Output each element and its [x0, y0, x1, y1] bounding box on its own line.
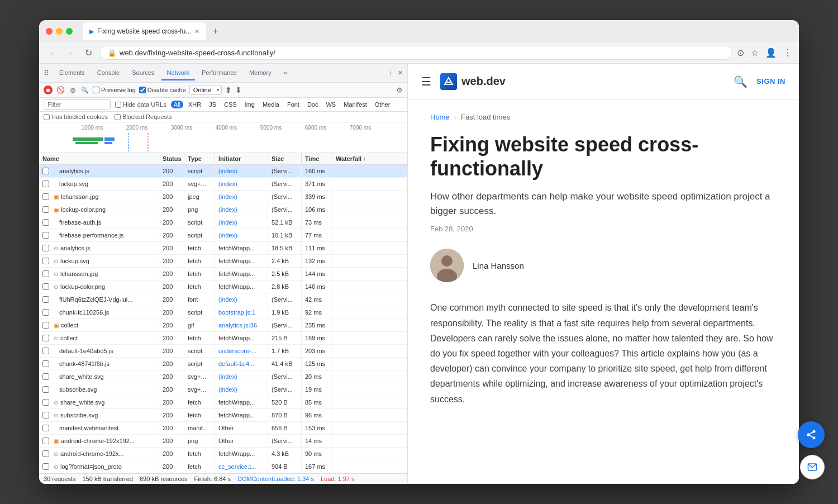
filter-input[interactable]: [44, 99, 111, 110]
table-row[interactable]: □ firebase-auth.js 200 script (index) 52…: [39, 216, 407, 229]
row-checkbox[interactable]: [42, 258, 49, 264]
maximize-button[interactable]: [66, 28, 73, 35]
tab-close-button[interactable]: ✕: [194, 28, 199, 35]
filter-img[interactable]: Img: [242, 101, 258, 108]
tab-performance[interactable]: Performance: [196, 66, 242, 80]
row-checkbox[interactable]: [42, 168, 49, 174]
table-row[interactable]: □ flUhRq6tzZclQEJ-Vdg-lui... 200 font (i…: [39, 293, 407, 306]
initiator-link[interactable]: cc_service.t...: [218, 463, 256, 470]
table-row[interactable]: □ lockup.svg 200 svg+... (index) (Servi.…: [39, 178, 407, 191]
devtools-more-menu[interactable]: ⋮: [387, 69, 393, 77]
initiator-link[interactable]: (index): [218, 193, 237, 200]
record-stop-button[interactable]: ⏺: [44, 85, 53, 94]
row-checkbox[interactable]: [42, 335, 49, 341]
row-checkbox[interactable]: [42, 206, 49, 213]
export-button[interactable]: ⬇: [235, 85, 242, 94]
table-row[interactable]: ▣ lchansson.jpg 200 jpeg (index) (Servi.…: [39, 191, 407, 203]
tab-network[interactable]: Network: [161, 66, 195, 80]
filter-manifest[interactable]: Manifest: [341, 101, 370, 108]
breadcrumb-home[interactable]: Home: [430, 113, 450, 121]
row-checkbox[interactable]: [42, 245, 49, 251]
network-settings-button[interactable]: ⚙: [396, 86, 403, 94]
row-checkbox[interactable]: [42, 270, 49, 277]
row-checkbox[interactable]: [42, 180, 49, 187]
devtools-close-button[interactable]: ✕: [398, 69, 403, 77]
row-checkbox[interactable]: [42, 348, 49, 354]
filter-ws[interactable]: WS: [323, 101, 339, 108]
row-checkbox[interactable]: [42, 193, 49, 200]
table-row[interactable]: □ chunk-48741f6b.js 200 script default-1…: [39, 358, 407, 370]
table-row[interactable]: ⊙ log?format=json_proto 200 fetch cc_ser…: [39, 460, 407, 473]
tab-console[interactable]: Console: [92, 66, 125, 80]
table-row[interactable]: ⊙ share_white.svg 200 fetch fetchWrapp..…: [39, 396, 407, 409]
row-checkbox[interactable]: [42, 373, 49, 380]
import-button[interactable]: ⬆: [225, 85, 232, 94]
initiator-link[interactable]: (index): [218, 373, 237, 380]
table-row[interactable]: ▣ collect 200 gif analytics.js:36 (Servi…: [39, 319, 407, 332]
clear-button[interactable]: 🚫: [56, 85, 65, 94]
blocked-requests-checkbox[interactable]: Blocked Requests: [115, 113, 172, 120]
filter-font[interactable]: Font: [284, 101, 302, 108]
initiator-link[interactable]: analytics.js:36: [218, 322, 257, 329]
filter-js[interactable]: JS: [206, 101, 219, 108]
table-row[interactable]: □ chunk-fc110256.js 200 script bootstrap…: [39, 306, 407, 319]
initiator-link[interactable]: (index): [218, 296, 237, 303]
table-row[interactable]: □ share_white.svg 200 svg+... (index) (S…: [39, 370, 407, 383]
back-button[interactable]: ‹: [46, 48, 59, 58]
table-row[interactable]: ⊙ lockup.svg 200 fetch fetchWrapp... 2.4…: [39, 255, 407, 268]
preserve-log-checkbox[interactable]: Preserve log: [93, 87, 136, 93]
filter-other[interactable]: Other: [372, 101, 393, 108]
menu-icon[interactable]: ⋮: [783, 47, 792, 58]
search-button[interactable]: 🔍: [80, 85, 89, 94]
disable-cache-checkbox[interactable]: Disable cache: [139, 87, 186, 93]
row-checkbox[interactable]: [42, 283, 49, 290]
url-bar[interactable]: 🔒 web.dev/fixing-website-speed-cross-fun…: [99, 46, 732, 60]
table-row[interactable]: □ analytics.js 200 script (index) (Servi…: [39, 165, 407, 178]
header-type[interactable]: Type: [184, 153, 215, 164]
hamburger-menu-icon[interactable]: ☰: [421, 75, 431, 88]
table-row[interactable]: ⊙ subscribe.svg 200 fetch fetchWrapp... …: [39, 409, 407, 422]
filter-button[interactable]: ⊜: [68, 85, 77, 94]
table-row[interactable]: ⊙ android-chrome-192x... 200 fetch fetch…: [39, 448, 407, 460]
initiator-link[interactable]: underscore-...: [218, 348, 256, 354]
network-throttle-dropdown[interactable]: Online: [189, 85, 222, 95]
sign-in-button[interactable]: SIGN IN: [756, 77, 785, 85]
row-checkbox[interactable]: [42, 296, 49, 303]
web-logo[interactable]: web.dev: [440, 73, 506, 90]
row-checkbox[interactable]: [42, 425, 49, 431]
header-status[interactable]: Status: [159, 153, 184, 164]
row-checkbox[interactable]: [42, 322, 49, 329]
profile-icon[interactable]: 👤: [765, 47, 777, 58]
row-checkbox[interactable]: [42, 386, 49, 393]
search-icon[interactable]: 🔍: [734, 75, 747, 88]
header-name[interactable]: Name: [39, 153, 159, 164]
initiator-link[interactable]: (index): [218, 168, 237, 174]
filter-doc[interactable]: Doc: [304, 101, 321, 108]
close-button[interactable]: [46, 28, 53, 35]
table-row[interactable]: ⊙ lockup-color.png 200 fetch fetchWrapp.…: [39, 280, 407, 293]
initiator-link[interactable]: (index): [218, 206, 237, 213]
filter-all[interactable]: All: [171, 101, 183, 108]
row-checkbox[interactable]: [42, 438, 49, 444]
table-row[interactable]: ▣ lockup-color.png 200 png (index) (Serv…: [39, 203, 407, 216]
hide-data-urls-checkbox[interactable]: Hide data URLs: [115, 101, 166, 108]
initiator-link[interactable]: (index): [218, 219, 237, 226]
new-tab-button[interactable]: +: [208, 23, 222, 40]
browser-tab-active[interactable]: ▶ Fixing website speed cross-fu... ✕: [83, 22, 206, 40]
row-checkbox[interactable]: [42, 399, 49, 406]
filter-media[interactable]: Media: [260, 101, 282, 108]
initiator-link[interactable]: (index): [218, 180, 237, 187]
table-row[interactable]: ⊙ analytics.js 200 fetch fetchWrapp... 1…: [39, 242, 407, 255]
initiator-link[interactable]: (index): [218, 232, 237, 239]
header-initiator[interactable]: Initiator: [215, 153, 268, 164]
bookmark-icon[interactable]: ☆: [751, 47, 759, 58]
table-row[interactable]: □ manifest.webmanifest 200 manif... Othe…: [39, 422, 407, 435]
row-checkbox[interactable]: [42, 309, 49, 316]
tab-elements[interactable]: Elements: [54, 66, 91, 80]
filter-css[interactable]: CSS: [221, 101, 240, 108]
row-checkbox[interactable]: [42, 232, 49, 239]
header-time[interactable]: Time: [302, 153, 332, 164]
tab-memory[interactable]: Memory: [244, 66, 277, 80]
has-blocked-cookies-checkbox[interactable]: Has blocked cookies: [44, 113, 108, 120]
minimize-button[interactable]: [56, 28, 63, 35]
